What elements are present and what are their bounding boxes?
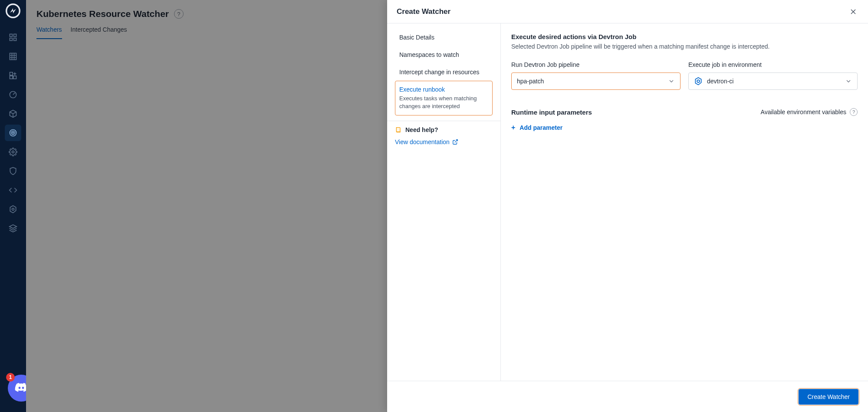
nav-gauge-icon[interactable]: [5, 86, 21, 103]
add-parameter-label: Add parameter: [519, 124, 562, 131]
page: Kubernetes Resource Watcher ? Watchers I…: [26, 0, 868, 412]
book-icon: [395, 126, 402, 133]
section-sub: Selected Devtron Job pipeline will be tr…: [511, 43, 858, 50]
drawer-title: Create Watcher: [397, 7, 450, 16]
step-execute-runbook-title: Execute runbook: [399, 86, 488, 93]
discord-badge: 1: [6, 373, 15, 382]
pipeline-label: Run Devtron Job pipeline: [511, 61, 681, 68]
nav-target-icon[interactable]: [5, 125, 21, 141]
svg-rect-4: [14, 38, 16, 41]
nav-hex-icon[interactable]: [5, 201, 21, 218]
pipeline-value: hpa-patch: [517, 78, 544, 85]
nav-code-icon[interactable]: [5, 182, 21, 198]
nav-rail: 1: [0, 0, 26, 412]
divider: [387, 121, 500, 121]
params-title: Runtime input parameters: [511, 109, 592, 116]
env-value: devtron-ci: [707, 78, 733, 85]
view-documentation-label: View documentation: [395, 138, 450, 145]
add-parameter-button[interactable]: + Add parameter: [511, 124, 858, 132]
create-watcher-button[interactable]: Create Watcher: [799, 389, 858, 405]
step-execute-runbook-sub: Executes tasks when matching changes are…: [399, 95, 488, 110]
chevron-down-icon: [845, 78, 852, 85]
step-namespaces[interactable]: Namespaces to watch: [395, 46, 493, 63]
svg-point-13: [12, 151, 14, 153]
create-watcher-drawer: Create Watcher Basic Details Namespaces …: [387, 0, 868, 412]
drawer-footer: Create Watcher: [387, 381, 868, 412]
step-execute-runbook[interactable]: Execute runbook Executes tasks when matc…: [395, 81, 493, 115]
need-help: Need help?: [395, 126, 493, 133]
drawer-content: Execute desired actions via Devtron Job …: [501, 23, 868, 381]
step-basic-details[interactable]: Basic Details: [395, 29, 493, 46]
help-icon: ?: [850, 108, 858, 116]
step-sidebar: Basic Details Namespaces to watch Interc…: [387, 23, 501, 381]
env-select[interactable]: devtron-ci: [688, 73, 858, 90]
svg-rect-6: [10, 73, 13, 76]
env-field: Execute job in environment devtron-ci: [688, 61, 858, 90]
plus-icon: +: [511, 124, 515, 132]
nav-grid-icon[interactable]: [5, 48, 21, 65]
svg-rect-5: [10, 53, 16, 60]
svg-point-19: [697, 80, 700, 82]
nav-layers-icon[interactable]: [5, 220, 21, 237]
pipeline-select[interactable]: hpa-patch: [511, 73, 681, 90]
need-help-label: Need help?: [405, 126, 438, 133]
section-title: Execute desired actions via Devtron Job: [511, 33, 858, 40]
close-button[interactable]: [848, 7, 858, 17]
svg-rect-3: [10, 38, 13, 41]
app-logo: [6, 3, 20, 18]
svg-rect-7: [10, 76, 13, 79]
svg-line-18: [455, 140, 457, 142]
available-env-vars-label: Available environment variables: [761, 109, 846, 115]
env-label: Execute job in environment: [688, 61, 858, 68]
nav-gear-icon[interactable]: [5, 144, 21, 160]
step-intercept-change[interactable]: Intercept change in resources: [395, 63, 493, 81]
svg-point-12: [13, 132, 14, 134]
svg-marker-15: [10, 225, 17, 228]
available-env-vars[interactable]: Available environment variables ?: [761, 108, 858, 116]
nav-plus-grid-icon[interactable]: [5, 67, 21, 84]
svg-rect-1: [10, 34, 13, 37]
svg-rect-8: [13, 76, 16, 79]
env-hex-icon: [694, 77, 703, 86]
external-link-icon: [452, 139, 458, 145]
nav-cube-icon[interactable]: [5, 105, 21, 122]
nav-apps-icon[interactable]: [5, 29, 21, 46]
drawer-header: Create Watcher: [387, 0, 868, 23]
svg-rect-2: [14, 34, 16, 37]
nav-shield-icon[interactable]: [5, 163, 21, 179]
view-documentation-link[interactable]: View documentation: [395, 138, 493, 145]
svg-point-14: [12, 208, 14, 211]
chevron-down-icon: [668, 78, 675, 85]
pipeline-field: Run Devtron Job pipeline hpa-patch: [511, 61, 681, 90]
